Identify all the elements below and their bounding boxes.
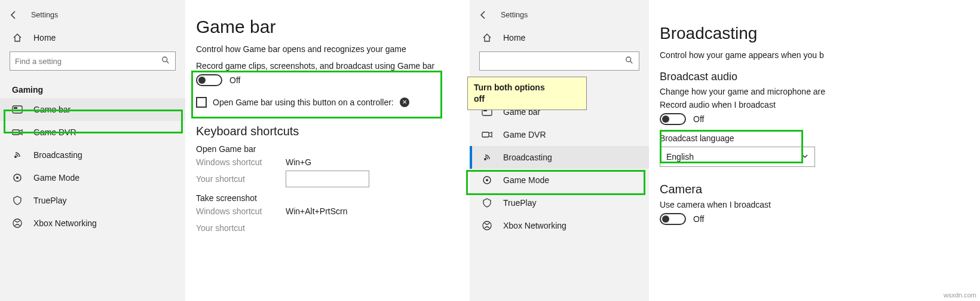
window-title: Settings bbox=[31, 11, 58, 19]
home-link[interactable]: Home bbox=[470, 26, 649, 49]
home-icon bbox=[482, 32, 492, 43]
shortcut-key-label: Your shortcut bbox=[196, 174, 268, 184]
shortcut-input[interactable] bbox=[286, 171, 369, 187]
shortcut-key-label: Your shortcut bbox=[196, 223, 268, 233]
sidebar-item-xbox[interactable]: Xbox Networking bbox=[470, 214, 649, 237]
window-title: Settings bbox=[501, 11, 528, 19]
language-label: Broadcast language bbox=[660, 133, 840, 143]
right-content: Broadcasting Control how your game appea… bbox=[649, 0, 840, 301]
language-value: English bbox=[666, 152, 694, 162]
svg-point-7 bbox=[16, 177, 19, 179]
gamemode-icon bbox=[482, 175, 492, 186]
audio-toggle-label: Record audio when I broadcast bbox=[660, 100, 840, 110]
sidebar-item-broadcasting[interactable]: Broadcasting bbox=[470, 146, 649, 169]
gamebar-toggle[interactable] bbox=[196, 74, 222, 86]
broadcast-audio-heading: Broadcast audio bbox=[660, 71, 840, 83]
sidebar-item-label: Broadcasting bbox=[503, 153, 552, 162]
chevron-down-icon bbox=[801, 152, 808, 162]
svg-rect-13 bbox=[482, 132, 489, 137]
sidebar-item-label: Xbox Networking bbox=[33, 218, 97, 228]
shortcut-group-title: Take screenshot bbox=[196, 193, 460, 203]
language-select[interactable]: English bbox=[660, 147, 815, 167]
home-label: Home bbox=[33, 33, 56, 42]
sidebar-item-gamebar[interactable]: Game bar bbox=[0, 98, 185, 121]
shortcut-key-label: Windows shortcut bbox=[196, 157, 268, 167]
sidebar-item-label: Broadcasting bbox=[33, 150, 82, 160]
sidebar-item-trueplay[interactable]: TruePlay bbox=[0, 189, 185, 212]
xbox-icon bbox=[12, 218, 23, 229]
search-input[interactable] bbox=[479, 51, 639, 71]
toggle-label: Record game clips, screenshots, and broa… bbox=[196, 61, 460, 71]
page-subtitle: Control how your game appears when you b bbox=[660, 50, 840, 60]
sidebar-item-gamedvr[interactable]: Game DVR bbox=[0, 121, 185, 144]
image-credit: wsxdn.com bbox=[944, 291, 976, 299]
section-title: Gaming bbox=[0, 75, 185, 98]
svg-point-14 bbox=[484, 158, 486, 160]
camera-heading: Camera bbox=[660, 183, 840, 196]
xbox-button-icon: ✕ bbox=[400, 98, 409, 107]
checkbox-label: Open Game bar using this button on a con… bbox=[213, 98, 394, 107]
shortcut-value: Win+G bbox=[286, 157, 311, 167]
sidebar-item-label: TruePlay bbox=[33, 196, 67, 205]
gamedvr-icon bbox=[12, 127, 23, 138]
broadcast-audio-desc: Change how your game and microphone are bbox=[660, 87, 840, 96]
sidebar-item-label: Game bar bbox=[33, 105, 71, 114]
sidebar-item-xbox[interactable]: Xbox Networking bbox=[0, 212, 185, 235]
camera-toggle[interactable] bbox=[660, 213, 686, 225]
search-input[interactable] bbox=[10, 51, 176, 71]
broadcasting-icon bbox=[12, 150, 23, 160]
gamebar-icon bbox=[12, 104, 23, 115]
sidebar-item-gamemode[interactable]: Game Mode bbox=[470, 169, 649, 191]
back-icon[interactable] bbox=[8, 10, 19, 20]
sidebar-item-label: Xbox Networking bbox=[503, 221, 566, 230]
svg-point-16 bbox=[486, 179, 488, 181]
shortcut-group-title: Open Game bar bbox=[196, 144, 460, 154]
sidebar-item-gamedvr[interactable]: Game DVR bbox=[470, 123, 649, 146]
svg-point-17 bbox=[483, 221, 491, 230]
left-sidebar: Settings Home Gaming Game bar bbox=[0, 0, 185, 301]
svg-rect-3 bbox=[14, 107, 17, 109]
toggle-state: Off bbox=[229, 75, 240, 85]
page-subtitle: Control how Game bar opens and recognize… bbox=[196, 44, 460, 54]
svg-rect-4 bbox=[13, 130, 19, 135]
sidebar-item-gamemode[interactable]: Game Mode bbox=[0, 166, 185, 189]
sidebar-item-label: Game Mode bbox=[503, 175, 549, 185]
left-content: Game bar Control how Game bar opens and … bbox=[185, 0, 460, 301]
home-icon bbox=[12, 32, 23, 43]
trueplay-icon bbox=[12, 195, 23, 206]
page-title: Game bar bbox=[196, 17, 460, 37]
tooltip-callout: Turn both options off bbox=[467, 77, 587, 110]
home-label: Home bbox=[503, 33, 525, 42]
svg-rect-2 bbox=[13, 106, 22, 113]
gamedvr-icon bbox=[482, 129, 492, 140]
home-link[interactable]: Home bbox=[0, 26, 185, 49]
sidebar-item-label: Game DVR bbox=[33, 127, 76, 137]
sidebar-item-broadcasting[interactable]: Broadcasting bbox=[0, 144, 185, 166]
shortcut-key-label: Windows shortcut bbox=[196, 206, 268, 216]
shortcut-value: Win+Alt+PrtScrn bbox=[286, 206, 347, 216]
gamemode-icon bbox=[12, 172, 23, 183]
sidebar-item-trueplay[interactable]: TruePlay bbox=[470, 191, 649, 214]
sidebar-item-label: Game DVR bbox=[503, 130, 546, 139]
sidebar-item-label: Game Mode bbox=[33, 173, 79, 183]
controller-checkbox[interactable] bbox=[196, 97, 207, 108]
right-sidebar: Settings Home Game bar bbox=[470, 0, 649, 301]
toggle-state: Off bbox=[693, 214, 704, 224]
xbox-icon bbox=[482, 220, 492, 231]
broadcasting-icon bbox=[482, 152, 492, 163]
svg-point-5 bbox=[14, 156, 17, 158]
back-icon[interactable] bbox=[478, 10, 489, 20]
svg-point-8 bbox=[13, 219, 22, 227]
sidebar-item-label: TruePlay bbox=[503, 198, 537, 208]
trueplay-icon bbox=[482, 197, 492, 208]
keyboard-shortcuts-heading: Keyboard shortcuts bbox=[196, 124, 460, 138]
camera-toggle-label: Use camera when I broadcast bbox=[660, 200, 840, 209]
page-title: Broadcasting bbox=[660, 24, 840, 43]
toggle-state: Off bbox=[693, 114, 704, 124]
audio-toggle[interactable] bbox=[660, 113, 686, 125]
